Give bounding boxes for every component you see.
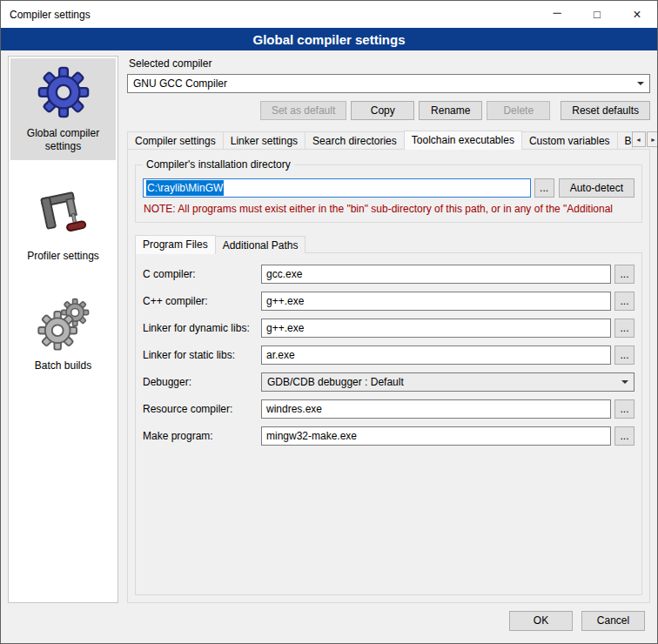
linker-static-label: Linker for static libs: (143, 349, 261, 361)
gear-icon (37, 65, 91, 119)
c-compiler-browse-button[interactable]: ... (614, 265, 634, 284)
toolchain-executables-panel: Compiler's installation directory C:\ray… (127, 149, 650, 603)
installation-directory-group: Compiler's installation directory C:\ray… (135, 164, 642, 223)
chevron-down-icon (621, 380, 628, 384)
field-row-linker-static: Linker for static libs: ... (143, 345, 634, 365)
chevron-down-icon (637, 82, 644, 85)
resource-compiler-input[interactable] (261, 399, 611, 419)
debugger-label: Debugger: (143, 376, 261, 388)
reset-defaults-button[interactable]: Reset defaults (561, 101, 650, 120)
resource-compiler-browse-button[interactable]: ... (614, 399, 634, 419)
sidebar-item-batch-builds[interactable]: Batch builds (10, 291, 116, 379)
make-program-label: Make program: (143, 430, 261, 442)
cpp-compiler-input[interactable] (261, 292, 611, 311)
copy-button[interactable]: Copy (351, 101, 414, 120)
auto-detect-button[interactable]: Auto-detect (559, 178, 634, 198)
installation-directory-group-title: Compiler's installation directory (143, 158, 294, 171)
sidebar-item-profiler-settings[interactable]: Profiler settings (10, 181, 116, 270)
arrow-right-icon: ► (650, 137, 656, 143)
c-compiler-label: C compiler: (143, 268, 261, 280)
dialog-header-title: Global compiler settings (1, 28, 657, 50)
tab-toolchain-executables[interactable]: Toolchain executables (404, 131, 522, 150)
dialog-footer: OK Cancel (1, 605, 657, 643)
arrow-left-icon: ◄ (635, 137, 641, 143)
c-compiler-input[interactable] (261, 265, 611, 284)
linker-static-input[interactable] (261, 345, 611, 365)
compiler-action-buttons: Set as default Copy Rename Delete Reset … (127, 101, 650, 120)
browse-directory-button[interactable]: ... (534, 178, 554, 198)
tab-program-files[interactable]: Program Files (135, 235, 216, 254)
sidebar-item-global-compiler-settings[interactable]: Global compiler settings (10, 58, 116, 160)
minimize-icon: ─ (553, 6, 561, 19)
ok-button[interactable]: OK (509, 611, 573, 631)
tab-scrollers: ◄ ► (632, 131, 658, 147)
gear-stack-icon (37, 298, 91, 352)
titlebar: Compiler settings ─ □ × (1, 1, 657, 28)
field-row-make-program: Make program: ... (143, 426, 634, 446)
close-icon: × (633, 7, 641, 23)
main-content: Selected compiler GNU GCC Compiler Set a… (127, 56, 650, 603)
maximize-button[interactable]: □ (577, 1, 617, 28)
note-text: NOTE: All programs must exist either in … (144, 203, 634, 215)
set-as-default-button[interactable]: Set as default (260, 101, 346, 120)
debugger-select[interactable]: GDB/CDB debugger : Default (261, 372, 634, 392)
selected-compiler-value: GNU GCC Compiler (133, 77, 227, 90)
tab-additional-paths[interactable]: Additional Paths (215, 236, 306, 253)
make-program-input[interactable] (261, 426, 611, 446)
compiler-settings-dialog: Compiler settings ─ □ × Global compiler … (0, 0, 658, 644)
program-files-panel: C compiler: ... C++ compiler: ... Linker… (135, 252, 642, 595)
make-program-browse-button[interactable]: ... (614, 426, 634, 446)
dialog-body: Global compiler settings Profiler settin… (1, 50, 657, 605)
maximize-icon: □ (594, 8, 601, 21)
tab-compiler-settings[interactable]: Compiler settings (127, 131, 224, 149)
linker-dynamic-input[interactable] (261, 319, 611, 338)
clamp-tool-icon (37, 188, 91, 242)
selected-compiler-label: Selected compiler (129, 57, 650, 70)
tab-build-options[interactable]: Buil (617, 131, 633, 149)
sidebar-item-label: Batch builds (35, 359, 91, 372)
linker-static-browse-button[interactable]: ... (614, 345, 634, 365)
settings-tabstrip: Compiler settings Linker settings Search… (127, 131, 650, 149)
field-row-resource-compiler: Resource compiler: ... (143, 399, 634, 419)
tab-scroll-left-button[interactable]: ◄ (632, 131, 646, 147)
program-tabstrip: Program Files Additional Paths (135, 235, 642, 253)
linker-dynamic-browse-button[interactable]: ... (614, 319, 634, 338)
linker-dynamic-label: Linker for dynamic libs: (143, 322, 261, 334)
delete-button[interactable]: Delete (487, 101, 550, 120)
installation-directory-row: C:\raylib\MinGW ... Auto-detect (143, 178, 634, 198)
cancel-button[interactable]: Cancel (581, 611, 645, 631)
field-row-c-compiler: C compiler: ... (143, 265, 634, 284)
window-controls: ─ □ × (537, 1, 657, 28)
settings-category-sidebar: Global compiler settings Profiler settin… (8, 56, 118, 603)
selected-compiler-dropdown[interactable]: GNU GCC Compiler (127, 74, 650, 93)
close-button[interactable]: × (617, 1, 657, 28)
field-row-cpp-compiler: C++ compiler: ... (143, 292, 634, 311)
minimize-button[interactable]: ─ (537, 1, 577, 28)
tab-custom-variables[interactable]: Custom variables (521, 131, 618, 149)
rename-button[interactable]: Rename (419, 101, 482, 120)
tab-linker-settings[interactable]: Linker settings (223, 131, 306, 149)
sidebar-item-label: Profiler settings (27, 250, 99, 263)
sidebar-item-label: Global compiler settings (12, 127, 114, 153)
window-title: Compiler settings (1, 9, 91, 21)
cpp-compiler-label: C++ compiler: (143, 295, 261, 307)
debugger-value: GDB/CDB debugger : Default (267, 376, 404, 388)
field-row-linker-dynamic: Linker for dynamic libs: ... (143, 319, 634, 338)
installation-directory-input[interactable]: C:\raylib\MinGW (143, 178, 531, 198)
field-row-debugger: Debugger: GDB/CDB debugger : Default (143, 372, 634, 392)
tab-search-directories[interactable]: Search directories (305, 131, 405, 149)
installation-directory-value: C:\raylib\MinGW (146, 180, 224, 196)
cpp-compiler-browse-button[interactable]: ... (614, 292, 634, 311)
tab-scroll-right-button[interactable]: ► (647, 131, 658, 147)
resource-compiler-label: Resource compiler: (143, 403, 261, 415)
